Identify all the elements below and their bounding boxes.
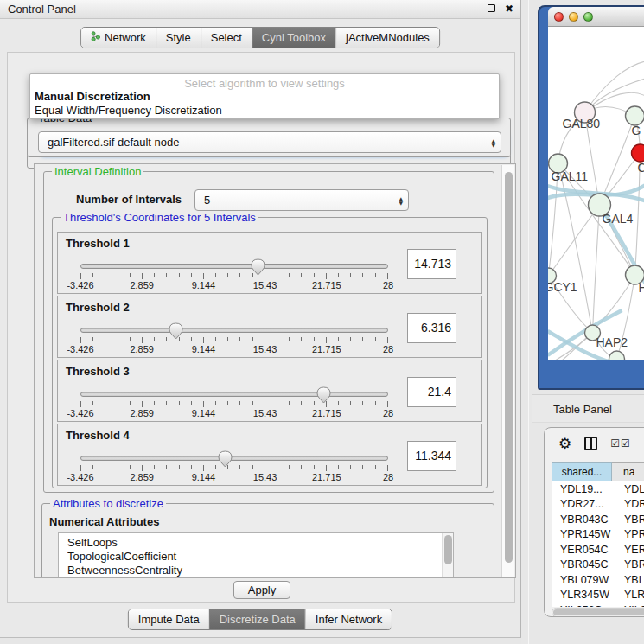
combobox-stepper-icon: ▲▼ bbox=[491, 138, 501, 147]
top-tab-bar: NetworkStyleSelectCyni ToolboxjActiveMNo… bbox=[80, 27, 440, 48]
tick-mark bbox=[92, 401, 93, 405]
table-row[interactable]: YDR27...YDR2 bbox=[552, 497, 644, 513]
list-item-topologicalcoefficient[interactable]: TopologicalCoefficient bbox=[59, 550, 453, 564]
threshold-slider-3[interactable]: -3.4262.8599.14415.4321.71528 bbox=[80, 386, 388, 418]
tab-style[interactable]: Style bbox=[156, 28, 201, 48]
tick-mark bbox=[301, 273, 302, 277]
list-item-selfloops[interactable]: SelfLoops bbox=[59, 536, 453, 550]
network-node-c[interactable] bbox=[632, 144, 644, 162]
table-row[interactable]: YIL052CYIL0 bbox=[552, 603, 644, 607]
cell-shared-name: YBR045C bbox=[552, 558, 613, 571]
tab-cyni-toolbox[interactable]: Cyni Toolbox bbox=[252, 28, 335, 48]
tab-network[interactable]: Network bbox=[81, 28, 156, 48]
tick-mark bbox=[277, 465, 277, 469]
columns-icon[interactable] bbox=[584, 437, 597, 450]
table-header-row: shared...na bbox=[552, 462, 644, 481]
tick-mark bbox=[191, 337, 192, 341]
threshold-value-field[interactable]: 11.344 bbox=[407, 441, 456, 471]
tick-label: 21.715 bbox=[312, 280, 341, 290]
threshold-label: Threshold 1 bbox=[66, 237, 130, 250]
slider-track[interactable] bbox=[80, 392, 388, 397]
threshold-slider-2[interactable]: -3.4262.8599.14415.4321.71528 bbox=[80, 322, 388, 354]
node-label: GAL11 bbox=[552, 169, 589, 183]
combobox-value: 5 bbox=[195, 194, 210, 207]
tick-mark bbox=[179, 465, 180, 469]
tick-mark bbox=[130, 273, 131, 277]
threshold-box-4: Threshold 4-3.4262.8599.14415.4321.71528… bbox=[57, 424, 482, 486]
table-row[interactable]: YER054CYER0 bbox=[552, 542, 644, 558]
tab-label: jActiveMNodules bbox=[346, 31, 430, 44]
network-canvas[interactable]: GAL80GCGAL11GAL4GCY1HHAP2 bbox=[548, 27, 644, 360]
slider-track[interactable] bbox=[80, 456, 388, 461]
table-data-combobox[interactable]: galFiltered.sif default node ▲▼ bbox=[38, 131, 501, 153]
tick-mark bbox=[239, 337, 240, 341]
apply-button[interactable]: Apply bbox=[233, 581, 290, 599]
threshold-value-field[interactable]: 14.713 bbox=[407, 249, 456, 279]
group-title: Attributes to discretize bbox=[50, 497, 166, 510]
tick-mark bbox=[338, 401, 339, 405]
close-icon[interactable]: ✖ bbox=[505, 3, 513, 15]
network-edge bbox=[585, 61, 644, 112]
scrollbar-thumb[interactable] bbox=[505, 172, 513, 563]
table-row[interactable]: YPR145WYPR1 bbox=[552, 527, 644, 543]
slider-tick-labels: -3.4262.8599.14415.4321.71528 bbox=[80, 472, 388, 482]
node-label: HAP2 bbox=[596, 335, 628, 349]
cell-shared-name: YBL079W bbox=[552, 574, 613, 586]
scrollbar-thumb[interactable] bbox=[444, 535, 452, 564]
attributes-scrollbar[interactable] bbox=[442, 533, 453, 578]
numerical-attributes-list[interactable]: SelfLoopsTopologicalCoefficientBetweenne… bbox=[58, 532, 454, 578]
attributes-group: Attributes to discretize Numerical Attri… bbox=[41, 503, 494, 578]
network-node-unlabeled[interactable] bbox=[609, 351, 625, 360]
slider-track[interactable] bbox=[80, 264, 388, 269]
threshold-value-field[interactable]: 6.316 bbox=[407, 313, 456, 343]
threshold-slider-4[interactable]: -3.4262.8599.14415.4321.71528 bbox=[80, 450, 388, 481]
checkbox-icons[interactable]: ☑☑ bbox=[610, 437, 631, 450]
tick-mark bbox=[314, 401, 315, 405]
tab-jactivemnodules[interactable]: jActiveMNodules bbox=[335, 28, 439, 48]
cell-name: YDL1 bbox=[613, 483, 644, 495]
threshold-slider-1[interactable]: -3.4262.8599.14415.4321.71528 bbox=[80, 258, 388, 290]
slider-ticks bbox=[80, 337, 388, 343]
tab-label: Discretize Data bbox=[220, 613, 296, 626]
threshold-value-field[interactable]: 21.4 bbox=[407, 377, 456, 407]
tab-discretize-data[interactable]: Discretize Data bbox=[209, 609, 305, 629]
tab-label: Network bbox=[105, 31, 146, 44]
zoom-traffic-light-icon[interactable] bbox=[583, 12, 593, 22]
dropdown-option-manual-discretization[interactable]: Manual Discretization bbox=[30, 90, 499, 104]
node-label: GAL4 bbox=[603, 212, 634, 226]
slider-track[interactable] bbox=[80, 328, 388, 333]
tick-mark bbox=[289, 401, 290, 405]
column-header-1[interactable]: shared... bbox=[552, 462, 612, 481]
network-window-titlebar[interactable] bbox=[548, 7, 644, 27]
tab-infer-network[interactable]: Infer Network bbox=[305, 609, 392, 629]
float-window-icon[interactable] bbox=[488, 4, 497, 14]
tick-mark bbox=[314, 273, 315, 277]
tick-label: 28 bbox=[383, 344, 393, 354]
dropdown-option-equal-width-frequency-discretization[interactable]: Equal Width/Frequency Discretization bbox=[30, 104, 499, 118]
tick-mark bbox=[105, 273, 105, 277]
tab-impute-data[interactable]: Impute Data bbox=[129, 609, 209, 629]
close-traffic-light-icon[interactable] bbox=[554, 12, 564, 22]
tab-select[interactable]: Select bbox=[201, 28, 252, 48]
table-row[interactable]: YBR045CYBR0 bbox=[552, 558, 644, 573]
panel-scrollbar[interactable] bbox=[501, 165, 514, 577]
tick-mark bbox=[154, 273, 155, 277]
table-row[interactable]: YBR043CYBR0 bbox=[552, 512, 644, 527]
scrollbar-thumb[interactable] bbox=[553, 609, 644, 615]
network-node-g[interactable] bbox=[626, 106, 644, 125]
list-item-betweennesscentrality[interactable]: BetweennessCentrality bbox=[59, 564, 453, 577]
slider-ticks bbox=[80, 465, 388, 471]
table-row[interactable]: YBL079WYBL0 bbox=[552, 572, 644, 588]
table-hscrollbar[interactable] bbox=[552, 608, 644, 617]
num-intervals-combobox[interactable]: 5 ▲▼ bbox=[194, 189, 409, 211]
minimize-traffic-light-icon[interactable] bbox=[569, 12, 578, 22]
tick-mark bbox=[326, 401, 327, 407]
control-panel-titlebar: Control Panel ✖ bbox=[0, 0, 520, 19]
column-header-2[interactable]: na bbox=[612, 462, 644, 481]
table-row[interactable]: YDL19...YDL1 bbox=[552, 481, 644, 497]
tick-mark bbox=[215, 401, 216, 405]
table-row[interactable]: YLR345WYLR3 bbox=[552, 588, 644, 603]
tab-label: Infer Network bbox=[316, 613, 382, 626]
gear-icon[interactable]: ⚙ bbox=[558, 437, 571, 451]
panel-splitter[interactable] bbox=[526, 0, 529, 644]
